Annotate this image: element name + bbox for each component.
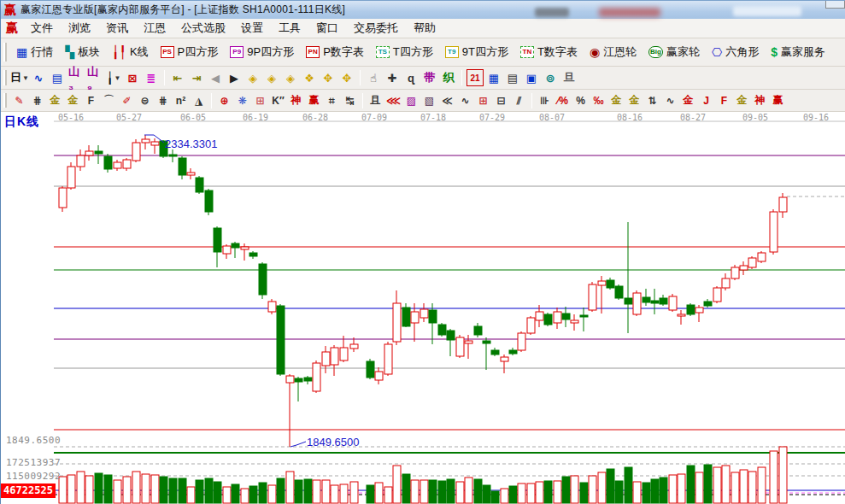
menu-item-交易委托[interactable]: 交易委托: [346, 19, 406, 38]
kline-button[interactable]: ╽╿K线: [106, 41, 155, 63]
zoom-left-icon[interactable]: ◈: [244, 69, 261, 86]
zigzag-tool-icon[interactable]: ∿: [30, 69, 47, 86]
candle-pen-icon[interactable]: ⇅: [644, 92, 660, 108]
fan-red-icon[interactable]: ⋘: [385, 92, 402, 108]
shen-tool-icon[interactable]: 神: [288, 92, 304, 108]
menu-item-浏览[interactable]: 浏览: [61, 19, 98, 38]
grid-123-icon[interactable]: ⌗: [324, 92, 340, 108]
window-control-partial[interactable]: [825, 1, 845, 9]
ribbon-tool-icon[interactable]: 带: [421, 69, 438, 86]
hand-tool-icon[interactable]: ☝: [365, 69, 382, 86]
t-table-button[interactable]: TNT数字表: [514, 41, 584, 63]
page-forward-icon[interactable]: ▶: [226, 69, 243, 86]
zoom-h-icon[interactable]: ◈: [282, 69, 299, 86]
k-mark-icon[interactable]: Κ″: [270, 92, 286, 108]
gold-circle-icon[interactable]: 金: [608, 92, 625, 108]
gold-ruler-2-icon[interactable]: 金: [65, 92, 81, 108]
gold-ruler-1-icon[interactable]: 金: [47, 92, 63, 108]
bars-3-icon[interactable]: 山₃: [67, 69, 85, 86]
zoom-in-icon[interactable]: ✥: [320, 69, 337, 86]
level-list-icon[interactable]: ⊪: [537, 92, 553, 108]
9p-square-button[interactable]: P99P四方形: [224, 41, 300, 63]
kline-chart-area[interactable]: 日K线 05-1605-2706-0506-1906-2807-0907-180…: [1, 112, 845, 504]
last-page-icon[interactable]: ⇥: [188, 69, 205, 86]
permille-icon[interactable]: ‰: [590, 92, 607, 108]
menu-item-文件[interactable]: 文件: [23, 19, 61, 38]
red-pencil-icon[interactable]: ✐: [119, 92, 135, 108]
grid-plain-icon[interactable]: ⊞: [475, 92, 491, 108]
menu-item-帮助[interactable]: 帮助: [406, 19, 443, 38]
spider-web-icon[interactable]: ⊞: [252, 92, 268, 108]
crosshair-tool-icon[interactable]: ✚: [384, 69, 401, 86]
page-back-icon[interactable]: ◀: [207, 69, 224, 86]
arc-ruler-icon[interactable]: ⌒: [101, 92, 117, 108]
sectors-button[interactable]: ▚板块: [59, 41, 106, 63]
zoom-out-icon[interactable]: ❖: [301, 69, 318, 86]
j-angle-icon[interactable]: J: [698, 92, 714, 108]
p-table-button[interactable]: PNP数字表: [300, 41, 370, 63]
gann-box-icon[interactable]: 且: [367, 92, 384, 108]
bars-9-icon[interactable]: 山₉: [86, 69, 103, 86]
fan-box-dark-icon[interactable]: ▧: [421, 92, 437, 108]
gold-angle-icon[interactable]: 金: [734, 92, 750, 108]
slash-lines-icon[interactable]: ⫽: [511, 92, 527, 108]
candle-style-dropdown-dropdown-arrow[interactable]: ▼: [114, 74, 120, 82]
save-disk-icon[interactable]: ▣: [523, 69, 540, 86]
toolbar-grip[interactable]: [3, 43, 7, 62]
grid-arrow-icon[interactable]: ⊟: [493, 92, 509, 108]
weave-tool-icon[interactable]: 织: [440, 69, 457, 86]
gold-lines-icon[interactable]: 金: [626, 92, 643, 108]
ying-tool-icon[interactable]: 赢: [306, 92, 322, 108]
winner-wheel-button[interactable]: Big赢家轮: [643, 41, 706, 63]
magnifier-tool-icon[interactable]: ɋ: [402, 69, 420, 86]
wave-a-icon[interactable]: ∿: [662, 92, 678, 108]
fan-box-purple-icon[interactable]: ▨: [403, 92, 420, 108]
notepad-icon[interactable]: ▤: [504, 69, 521, 86]
wave-lines-icon[interactable]: ∿: [457, 92, 473, 108]
period-day-dropdown-dropdown-arrow[interactable]: ▼: [22, 74, 29, 82]
winner-service-button[interactable]: $赢家服务: [765, 41, 831, 63]
zoom-all-icon[interactable]: ✥: [338, 69, 355, 86]
info-panel-icon[interactable]: ▤: [49, 69, 66, 86]
cycle-circle-icon[interactable]: ⊜: [137, 92, 153, 108]
gann-wheel-button[interactable]: ◉江恩轮: [584, 41, 643, 63]
fan-lines-icon[interactable]: ≪: [439, 92, 455, 108]
time-wheel-icon[interactable]: ⊚: [542, 69, 559, 86]
span-arrows-icon[interactable]: ↹: [342, 92, 358, 108]
calculator-icon[interactable]: ▦: [485, 69, 502, 86]
9t-square-button[interactable]: T99T四方形: [439, 41, 514, 63]
toolbar-grip[interactable]: [3, 70, 7, 85]
zoom-right-icon[interactable]: ◈: [263, 69, 280, 86]
square-n2-icon[interactable]: n²: [173, 92, 189, 108]
workstation-icon[interactable]: 旦: [560, 69, 578, 86]
candle-style-dropdown-icon[interactable]: ╽▼: [105, 69, 122, 86]
menu-item-工具[interactable]: 工具: [271, 19, 308, 38]
triangle-ruler-icon[interactable]: ◮: [191, 92, 207, 108]
quotes-button[interactable]: ▦行情: [10, 41, 59, 63]
time-ruler-icon[interactable]: ⋕: [29, 92, 45, 108]
menu-item-公式选股[interactable]: 公式选股: [173, 19, 233, 38]
menu-item-江恩[interactable]: 江恩: [136, 19, 173, 38]
percent-icon[interactable]: %: [572, 92, 589, 108]
fibo-ruler-icon[interactable]: F: [83, 92, 99, 108]
menu-item-资讯[interactable]: 资讯: [98, 19, 136, 38]
menu-item-设置[interactable]: 设置: [233, 19, 271, 38]
calendar-icon[interactable]: 21: [467, 69, 484, 86]
period-day-dropdown-icon[interactable]: 日▼: [11, 69, 28, 86]
p-square-button[interactable]: PSP四方形: [155, 41, 225, 63]
first-page-icon[interactable]: ⇤: [169, 69, 186, 86]
shen-angle-icon[interactable]: 神: [752, 92, 768, 108]
histogram-icon[interactable]: ≣: [143, 69, 160, 86]
ying-angle-icon[interactable]: 赢: [770, 92, 786, 108]
f-angle-icon[interactable]: F: [716, 92, 732, 108]
pattern-box-icon[interactable]: ⊠: [124, 69, 141, 86]
toolbar-grip[interactable]: [3, 93, 7, 108]
grid-ruler-icon[interactable]: ⋕: [155, 92, 171, 108]
snowflake-icon[interactable]: ❋: [234, 92, 250, 108]
t-square-button[interactable]: TST四方形: [370, 41, 439, 63]
gold-red-lines-icon[interactable]: 金: [680, 92, 696, 108]
percent-slash-icon[interactable]: ⁄%: [555, 92, 571, 108]
hexagon-button[interactable]: ⎔六角形: [706, 41, 765, 63]
circle-cross-icon[interactable]: ⊕: [216, 92, 232, 108]
draw-pen-icon[interactable]: ✎: [11, 92, 27, 108]
